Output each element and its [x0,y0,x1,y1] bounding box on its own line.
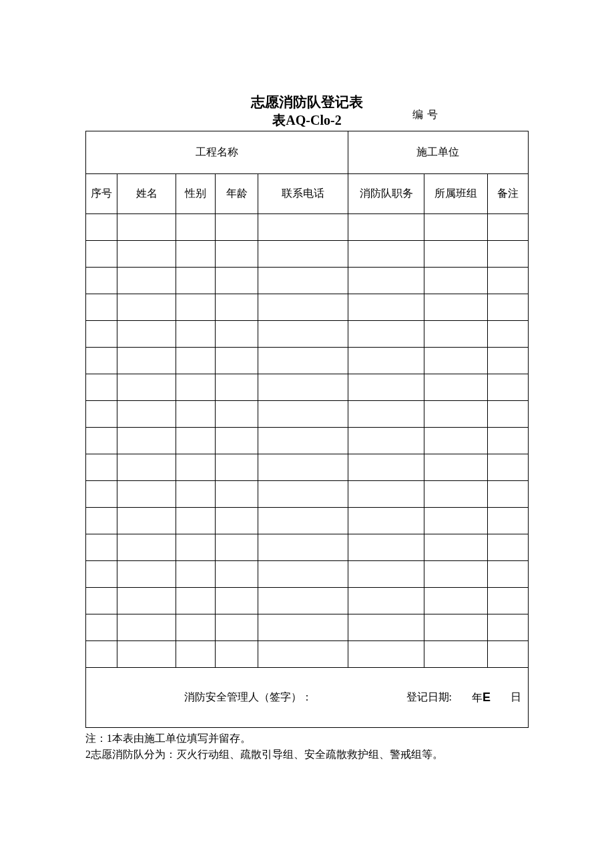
cell [424,614,487,641]
col-name: 姓名 [117,174,176,214]
col-index: 序号 [86,174,117,214]
cell [348,508,424,534]
cell [258,401,348,428]
year-block: 年E [472,691,491,705]
table-row [86,294,529,321]
cell [216,374,258,401]
cell [117,534,176,561]
cell [487,561,528,588]
cell [216,508,258,534]
table-row [86,401,529,428]
cell [86,428,117,454]
cell [86,561,117,588]
cell [176,294,216,321]
cell [216,294,258,321]
cell [176,401,216,428]
cell [487,641,528,668]
registration-table: 工程名称 施工单位 序号 姓名 性别 年龄 联系电话 消防队职务 所属班组 备注 [85,131,529,728]
note-line-1: 注：1本表由施工单位填写并留存。 [85,731,529,747]
cell [348,214,424,241]
cell [176,454,216,481]
cell [86,641,117,668]
year-e: E [483,691,491,704]
table-row [86,454,529,481]
table-row [86,321,529,348]
cell [258,641,348,668]
cell [176,481,216,508]
cell [86,481,117,508]
cell [216,534,258,561]
document-subtitle: 表AQ-Clo-2 [200,111,414,129]
cell [258,454,348,481]
cell [117,268,176,294]
cell [176,561,216,588]
table-row [86,481,529,508]
cell [424,268,487,294]
cell [424,401,487,428]
cell [424,214,487,241]
cell [86,534,117,561]
page-container: 志愿消防队登记表 表AQ-Clo-2 编号 工程名称 施工单位 序号 姓名 性别… [0,0,614,763]
cell [117,214,176,241]
cell [258,508,348,534]
cell [176,614,216,641]
cell [117,348,176,374]
document-title: 志愿消防队登记表 [200,93,414,111]
cell [117,508,176,534]
cell [487,614,528,641]
cell [487,321,528,348]
cell [348,588,424,614]
table-row [86,268,529,294]
cell [216,401,258,428]
cell [117,561,176,588]
note-line-2: 2志愿消防队分为：灭火行动组、疏散引导组、安全疏散救护组、警戒组等。 [85,747,529,763]
cell [424,508,487,534]
cell [176,348,216,374]
table-row [86,374,529,401]
cell [487,454,528,481]
cell [176,374,216,401]
signature-row: 消防安全管理人（签字）： 登记日期: 年E 日 [86,668,529,728]
cell [216,481,258,508]
cell [176,214,216,241]
cell [424,454,487,481]
cell [258,588,348,614]
header-area: 志愿消防队登记表 表AQ-Clo-2 编号 [85,93,529,125]
cell [258,214,348,241]
info-row: 工程名称 施工单位 [86,131,529,174]
table-row [86,614,529,641]
cell [117,614,176,641]
cell [258,374,348,401]
cell [176,321,216,348]
cell [86,241,117,268]
cell [86,214,117,241]
table-row [86,241,529,268]
cell [487,534,528,561]
project-name-label: 工程名称 [86,131,348,174]
year-unit: 年 [472,692,483,703]
cell [216,268,258,294]
cell [487,481,528,508]
cell [424,241,487,268]
date-label: 登记日期: [406,691,452,705]
cell [348,321,424,348]
cell [117,428,176,454]
cell [216,561,258,588]
cell [216,614,258,641]
construction-unit-label: 施工单位 [348,131,528,174]
cell [176,428,216,454]
table-row [86,641,529,668]
cell [487,268,528,294]
cell [86,374,117,401]
cell [424,534,487,561]
cell [348,294,424,321]
cell [117,481,176,508]
cell [258,534,348,561]
cell [216,348,258,374]
cell [258,561,348,588]
table-row [86,508,529,534]
cell [258,294,348,321]
cell [117,374,176,401]
cell [487,294,528,321]
cell [487,401,528,428]
